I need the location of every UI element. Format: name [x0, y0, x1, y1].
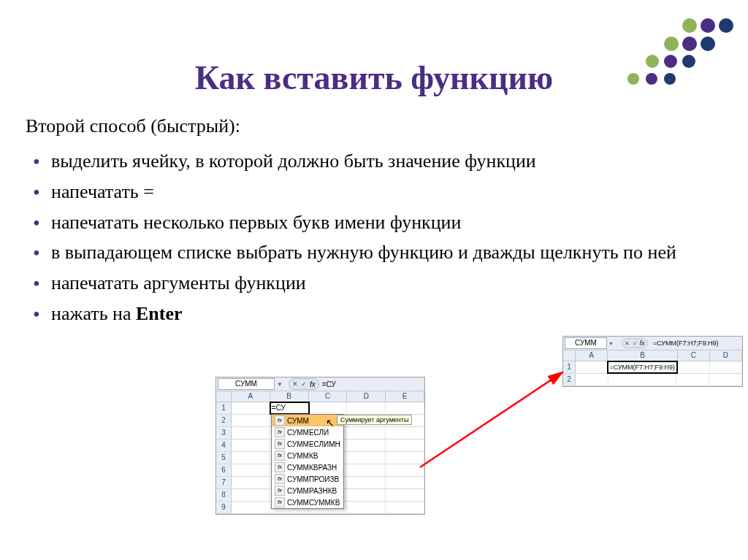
autocomplete-label: СУММКВ: [287, 452, 318, 460]
excel-screenshot-formula: СУММ ▼ ✕ ✓ fx =СУММ(F7:H7;F9:H9) A B C D…: [562, 336, 743, 387]
active-cell: =СУММ(F7:H7;F9:H9): [608, 361, 677, 373]
fx-icon: fx: [275, 439, 285, 449]
row-header: 9: [216, 502, 232, 513]
autocomplete-label: СУММРАЗНКВ: [287, 487, 337, 495]
autocomplete-item: fxСУММПРОИЗВ: [272, 473, 343, 485]
col-header: B: [270, 391, 309, 402]
autocomplete-item: fxСУММРАЗНКВ: [272, 485, 343, 496]
name-box: СУММ: [565, 337, 607, 349]
fx-icon: fx: [275, 415, 285, 426]
col-header: C: [678, 350, 710, 361]
col-header: D: [710, 350, 742, 361]
bullet-item: напечатать несколько первых букв имени ф…: [33, 210, 748, 235]
fx-icon: fx: [275, 450, 285, 461]
fx-icon: fx: [275, 497, 285, 507]
corner-decoration: [627, 11, 737, 84]
column-headers: A B C D E: [216, 391, 424, 402]
fx-icon: fx: [310, 380, 316, 388]
enter-key-label: Enter: [136, 303, 183, 324]
autocomplete-item: fxСУММКВ: [272, 450, 343, 461]
fx-icon: fx: [275, 427, 285, 437]
autocomplete-label: СУММЕСЛИМН: [287, 440, 340, 448]
column-headers: A B C D: [563, 350, 742, 361]
accept-icon: ✓: [633, 340, 638, 347]
row-header: 5: [216, 452, 232, 464]
accept-icon: ✓: [301, 380, 307, 388]
autocomplete-label: СУММЕСЛИ: [287, 429, 329, 437]
name-box: СУММ: [218, 378, 275, 390]
col-header: C: [309, 391, 348, 402]
formula-bar-text: =СУ: [322, 380, 336, 388]
autocomplete-label: СУММПРОИЗВ: [287, 475, 339, 483]
row-header: 3: [216, 427, 232, 439]
bullet-text: нажать на: [51, 303, 136, 324]
fx-button-group: ✕ ✓ fx: [289, 378, 319, 390]
formula-bar-row: СУММ ▼ ✕ ✓ fx =СУ: [216, 377, 424, 391]
bullet-item: выделить ячейку, в которой должно быть з…: [33, 149, 748, 174]
row-header: 1: [216, 402, 232, 414]
bullet-item: напечатать аргументы функции: [33, 271, 748, 296]
row-header: 1: [563, 361, 576, 373]
bullet-item: напечатать =: [33, 180, 748, 204]
col-header: A: [576, 350, 608, 361]
row-header: 8: [216, 489, 232, 501]
cancel-icon: ✕: [625, 340, 630, 347]
fx-icon: fx: [640, 340, 645, 346]
bullet-item: нажать на Enter: [33, 302, 748, 326]
function-tooltip: Суммирует аргументы: [337, 415, 412, 425]
row-header: 2: [563, 374, 576, 386]
fx-button-group: ✕ ✓ fx: [622, 338, 648, 348]
autocomplete-item: fxСУММСУММКВ: [272, 496, 343, 508]
cursor-icon: ↖: [326, 417, 335, 429]
bullet-item: в выпадающем списке выбрать нужную функц…: [33, 240, 748, 265]
svg-line-0: [420, 372, 562, 467]
row-header: 6: [216, 464, 232, 476]
col-header: E: [386, 391, 424, 402]
autocomplete-label: СУММСУММКВ: [287, 499, 340, 507]
col-header: D: [347, 391, 386, 402]
cancel-icon: ✕: [292, 380, 298, 388]
formula-bar-text: =СУММ(F7:H7;F9:H9): [653, 340, 719, 347]
autocomplete-item: fxСУММКВРАЗН: [272, 461, 343, 473]
col-header: B: [608, 350, 678, 361]
autocomplete-label: СУММ: [287, 417, 309, 425]
autocomplete-item: fxСУММЕСЛИМН: [272, 438, 343, 450]
slide-subtitle: Второй способ (быстрый):: [26, 115, 748, 137]
active-cell: =СУ: [270, 402, 309, 414]
row-header: 2: [216, 415, 232, 426]
row-header: 4: [216, 440, 232, 451]
row-header: 7: [216, 477, 232, 488]
dropdown-icon: ▼: [277, 381, 283, 388]
dropdown-icon: ▼: [608, 341, 614, 346]
fx-icon: fx: [275, 462, 285, 472]
fx-icon: fx: [275, 486, 285, 496]
bullet-list: выделить ячейку, в которой должно быть з…: [33, 149, 748, 326]
arrow-annotation: [409, 332, 577, 478]
formula-bar-row: СУММ ▼ ✕ ✓ fx =СУММ(F7:H7;F9:H9): [563, 337, 742, 350]
col-header: A: [232, 391, 270, 402]
excel-screenshot-autocomplete: СУММ ▼ ✕ ✓ fx =СУ A B C D E 1=СУ 2 3 4 5…: [215, 377, 425, 515]
fx-icon: fx: [275, 474, 285, 484]
autocomplete-label: СУММКВРАЗН: [287, 464, 337, 472]
